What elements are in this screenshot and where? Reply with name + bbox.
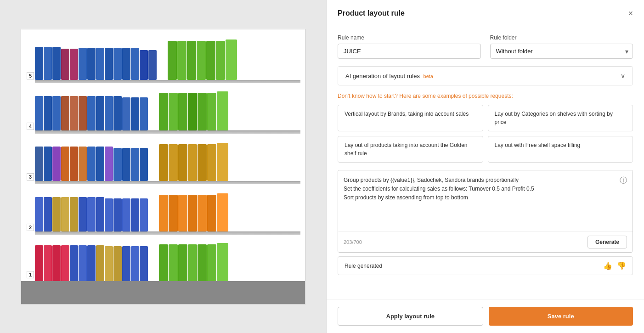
shelf-label-5: 5 xyxy=(27,72,34,79)
apply-layout-rule-button[interactable]: Apply layout rule xyxy=(338,307,483,326)
shelf-row-1: 1 xyxy=(35,241,300,282)
rule-name-input[interactable] xyxy=(338,44,481,59)
dialog-header: Product layout rule × xyxy=(327,0,644,25)
shelf-label-2: 2 xyxy=(27,224,34,231)
dialog-body: Rule name Rule folder Without folder Fol… xyxy=(327,25,644,299)
rule-generated-text: Rule generated xyxy=(345,263,382,269)
info-icon[interactable]: ⓘ xyxy=(620,176,627,186)
rule-generated-bar: Rule generated 👍 👎 xyxy=(338,256,633,275)
examples-prompt: Don't know how to start? Here are some e… xyxy=(338,93,633,99)
feedback-icons: 👍 👎 xyxy=(603,261,626,270)
char-count: 203/700 xyxy=(344,239,362,245)
ai-chevron-icon: ∨ xyxy=(621,72,625,79)
shelf-row-2: 2 xyxy=(35,190,300,235)
example-card-3[interactable]: Lay out of products taking into account … xyxy=(338,136,483,163)
ai-generation-section: AI generation of layout rules beta ∨ xyxy=(338,66,633,85)
examples-grid: Vertical layout by Brands, taking into a… xyxy=(338,105,633,163)
thumbs-down-icon[interactable]: 👎 xyxy=(617,261,626,270)
shelf-label-3: 3 xyxy=(27,173,34,181)
ai-section-header[interactable]: AI generation of layout rules beta ∨ xyxy=(338,67,633,85)
rule-textarea-wrapper: Group products by {{value1}}, Sadochek, … xyxy=(338,170,633,253)
dialog-title: Product layout rule xyxy=(338,9,405,17)
shelf-floor xyxy=(21,281,305,304)
thumbs-up-icon[interactable]: 👍 xyxy=(603,261,612,270)
generate-button[interactable]: Generate xyxy=(588,236,627,248)
rule-folder-group: Rule folder Without folder Folder 1 Fold… xyxy=(490,34,633,59)
shelf-visualization-panel: 5 xyxy=(0,0,326,333)
textarea-container: Group products by {{value1}}, Sadochek, … xyxy=(338,170,633,231)
rule-folder-select[interactable]: Without folder Folder 1 Folder 2 xyxy=(490,44,633,59)
rule-folder-select-wrapper: Without folder Folder 1 Folder 2 ▾ xyxy=(490,44,633,59)
rule-textarea[interactable]: Group products by {{value1}}, Sadochek, … xyxy=(338,170,633,230)
example-card-1[interactable]: Vertical layout by Brands, taking into a… xyxy=(338,105,483,131)
example-card-4[interactable]: Lay out with Free shelf space filling xyxy=(488,136,633,163)
textarea-bottom-bar: 203/700 Generate xyxy=(338,231,633,252)
product-layout-dialog: Product layout rule × Rule name Rule fol… xyxy=(326,0,644,333)
rule-name-label: Rule name xyxy=(338,34,481,41)
shelf-row-4: 4 xyxy=(35,89,300,134)
shelf-label-1: 1 xyxy=(27,271,34,278)
shelf-display: 5 xyxy=(21,29,305,305)
rule-name-group: Rule name xyxy=(338,34,481,59)
form-row-names: Rule name Rule folder Without folder Fol… xyxy=(338,34,633,59)
ai-section-label: AI generation of layout rules beta xyxy=(345,73,433,79)
shelf-row-3: 3 xyxy=(35,140,300,184)
dialog-footer: Apply layout rule Save rule xyxy=(327,299,644,333)
shelf-row-5: 5 xyxy=(35,39,300,83)
rule-folder-label: Rule folder xyxy=(490,34,633,41)
shelf-label-4: 4 xyxy=(27,123,34,130)
example-card-2[interactable]: Lay out by Categories on shelves with so… xyxy=(488,105,633,131)
close-button[interactable]: × xyxy=(628,9,633,17)
save-rule-button[interactable]: Save rule xyxy=(489,307,633,326)
